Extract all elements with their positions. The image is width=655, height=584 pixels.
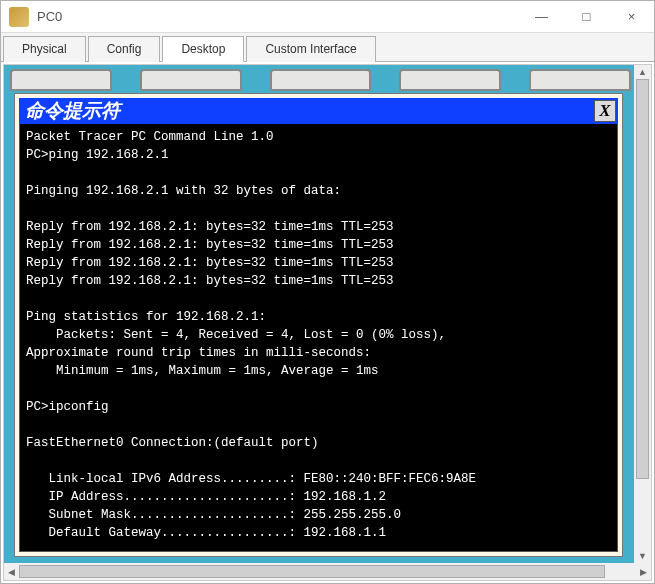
scroll-thumb[interactable] [19,565,605,578]
scroll-left-icon[interactable]: ◀ [4,567,19,577]
window-title: PC0 [29,9,519,24]
scroll-thumb[interactable] [636,79,649,479]
tab-desktop[interactable]: Desktop [162,36,244,62]
app-window: PC0 — □ × Physical Config Desktop Custom… [0,0,655,584]
desktop-app-icon[interactable] [140,69,242,91]
desktop-app-icon[interactable] [270,69,372,91]
command-prompt-title: 命令提示符 [25,98,594,124]
desktop-area: 命令提示符 X Packet Tracer PC Command Line 1.… [3,64,652,581]
app-icon [9,7,29,27]
tab-physical[interactable]: Physical [3,36,86,62]
desktop-content: 命令提示符 X Packet Tracer PC Command Line 1.… [4,65,651,563]
desktop-icon-row [10,69,631,95]
desktop-app-icon[interactable] [10,69,112,91]
scroll-down-icon[interactable]: ▼ [638,549,647,563]
title-bar[interactable]: PC0 — □ × [1,1,654,33]
minimize-button[interactable]: — [519,1,564,32]
command-prompt-close-button[interactable]: X [594,100,616,122]
tab-custom-interface[interactable]: Custom Interface [246,36,375,62]
desktop-app-icon[interactable] [529,69,631,91]
close-button[interactable]: × [609,1,654,32]
tab-config[interactable]: Config [88,36,161,62]
desktop-app-icon[interactable] [399,69,501,91]
command-prompt-titlebar[interactable]: 命令提示符 X [19,98,618,124]
command-prompt-window[interactable]: 命令提示符 X Packet Tracer PC Command Line 1.… [14,93,623,557]
horizontal-scrollbar[interactable]: ◀ ▶ [4,563,651,580]
scroll-track[interactable] [634,79,651,549]
scroll-right-icon[interactable]: ▶ [636,567,651,577]
scroll-up-icon[interactable]: ▲ [638,65,647,79]
vertical-scrollbar[interactable]: ▲ ▼ [634,65,651,563]
command-prompt-body[interactable]: Packet Tracer PC Command Line 1.0 PC>pin… [19,124,618,552]
maximize-button[interactable]: □ [564,1,609,32]
tab-strip: Physical Config Desktop Custom Interface [1,33,654,62]
scroll-track[interactable] [19,563,636,580]
